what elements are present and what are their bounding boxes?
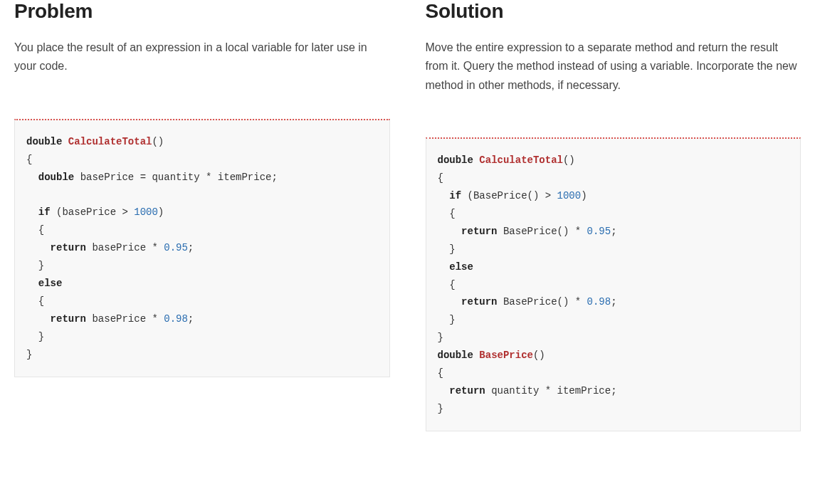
- solution-column: Solution Move the entire expression to a…: [426, 0, 801, 431]
- code-keyword: if: [38, 206, 51, 218]
- code-text: BasePrice() *: [498, 296, 587, 308]
- code-keyword: double: [26, 136, 62, 147]
- code-text: {: [26, 295, 44, 307]
- code-text: [26, 206, 38, 218]
- code-keyword: if: [449, 190, 461, 201]
- code-text: ): [158, 206, 164, 218]
- code-keyword: return: [449, 385, 485, 397]
- code-text: (): [533, 350, 545, 361]
- code-text: BasePrice() *: [498, 226, 587, 237]
- solution-heading: Solution: [426, 0, 801, 23]
- code-function-name: CalculateTotal: [68, 136, 152, 147]
- code-text: quantity * itemPrice;: [485, 385, 617, 397]
- code-keyword: return: [461, 296, 497, 308]
- code-text: [438, 190, 450, 201]
- code-text: {: [26, 154, 32, 165]
- problem-code-block: double CalculateTotal() { double basePri…: [14, 119, 390, 377]
- code-text: (): [152, 136, 164, 147]
- code-text: {: [438, 367, 443, 379]
- code-keyword: else: [449, 261, 473, 273]
- code-text: [26, 242, 51, 253]
- code-text: [26, 313, 51, 325]
- solution-code-block: double CalculateTotal() { if (BasePrice(…: [426, 137, 801, 431]
- code-text: [438, 261, 450, 273]
- code-text: (BasePrice() >: [461, 190, 557, 201]
- code-function-name: CalculateTotal: [479, 154, 563, 166]
- code-text: ;: [188, 242, 194, 253]
- code-text: [438, 385, 450, 397]
- code-keyword: double: [438, 350, 473, 361]
- code-text: {: [438, 279, 456, 290]
- code-text: }: [438, 403, 443, 414]
- code-text: (basePrice >: [51, 206, 135, 218]
- code-text: basePrice *: [86, 242, 164, 253]
- code-keyword: return: [461, 226, 497, 237]
- code-text: ;: [188, 313, 194, 325]
- code-text: basePrice = quantity * itemPrice;: [74, 172, 278, 183]
- code-number: 0.95: [164, 242, 188, 253]
- code-text: {: [438, 208, 456, 219]
- two-column-layout: Problem You place the result of an expre…: [14, 0, 801, 431]
- code-number: 1000: [134, 206, 158, 218]
- code-text: (): [563, 154, 575, 166]
- code-text: }: [438, 243, 456, 255]
- code-keyword: else: [38, 278, 63, 289]
- code-text: [438, 226, 462, 237]
- code-text: basePrice *: [86, 313, 164, 325]
- code-function-name: BasePrice: [479, 350, 533, 361]
- code-text: ;: [611, 296, 616, 308]
- problem-heading: Problem: [14, 0, 390, 23]
- code-text: }: [438, 314, 456, 325]
- code-keyword: double: [438, 154, 473, 166]
- code-text: {: [26, 224, 44, 236]
- code-keyword: double: [38, 172, 74, 183]
- code-text: }: [26, 260, 44, 271]
- code-number: 1000: [557, 190, 582, 201]
- code-number: 0.98: [164, 313, 188, 325]
- code-text: }: [26, 331, 44, 342]
- code-text: [26, 278, 38, 289]
- code-text: [438, 296, 462, 308]
- problem-description: You place the result of an expression in…: [14, 38, 390, 76]
- code-keyword: return: [51, 242, 86, 253]
- code-text: ;: [611, 226, 616, 237]
- solution-code: double CalculateTotal() { if (BasePrice(…: [438, 152, 789, 418]
- code-text: [26, 172, 38, 183]
- code-text: ): [581, 190, 587, 201]
- problem-code: double CalculateTotal() { double basePri…: [26, 133, 378, 364]
- code-text: }: [438, 332, 443, 343]
- solution-description: Move the entire expression to a separate…: [426, 38, 801, 95]
- problem-column: Problem You place the result of an expre…: [14, 0, 390, 431]
- code-number: 0.98: [587, 296, 611, 308]
- code-number: 0.95: [587, 226, 611, 237]
- code-keyword: return: [51, 313, 86, 325]
- code-text: {: [438, 172, 443, 184]
- code-text: }: [26, 349, 32, 360]
